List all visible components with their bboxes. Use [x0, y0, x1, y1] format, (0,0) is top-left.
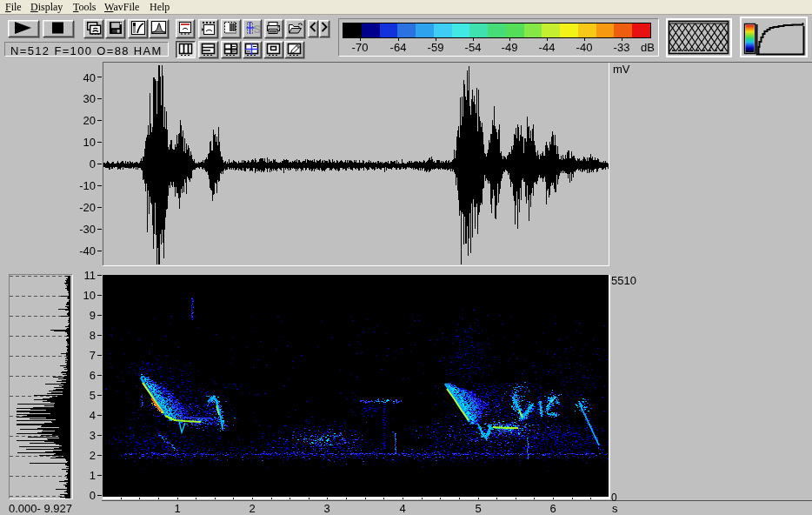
svg-text:S: S [253, 23, 260, 36]
